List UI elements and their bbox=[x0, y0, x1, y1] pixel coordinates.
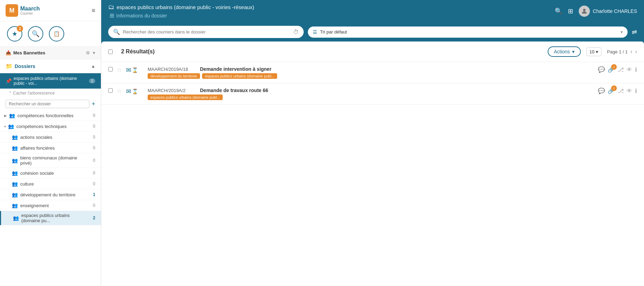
per-page-chevron-icon: ▾ bbox=[596, 49, 598, 54]
people-icon: 👥 bbox=[11, 144, 18, 151]
attachment-icon[interactable]: 🔗 1 bbox=[608, 66, 615, 73]
people-icon: 👥 bbox=[11, 157, 18, 164]
active-dossier-count: 2 bbox=[89, 78, 95, 83]
search-input[interactable] bbox=[123, 29, 290, 35]
people-icon: 👥 bbox=[11, 170, 18, 176]
tree-item-biens-communaux[interactable]: 👥 biens communaux (domaine privé) 0 bbox=[0, 153, 101, 168]
hamburger-button[interactable]: ≡ bbox=[91, 7, 95, 14]
search-icon: 🔍 bbox=[32, 30, 39, 38]
favorites-button[interactable]: ★ 2 bbox=[7, 26, 22, 42]
user-area[interactable]: Charlotte CHARLES bbox=[579, 6, 637, 17]
inbox-icon: 📥 bbox=[6, 50, 11, 55]
svg-point-0 bbox=[583, 9, 586, 11]
chevron-down-icon[interactable]: ▾ bbox=[93, 50, 95, 55]
settings-icon[interactable]: ⚙ bbox=[86, 50, 90, 55]
sidebar: M Maarch Courrier ≡ ★ 2 🔍 📋 📥 Mes Bannet… bbox=[0, 0, 101, 286]
mail-actions-2: 💬 🔗 1 ⎇ 👁 ℹ bbox=[598, 88, 637, 94]
comment-icon[interactable]: 💬 bbox=[598, 66, 605, 73]
eye-icon[interactable]: 👁 bbox=[627, 67, 632, 73]
search-icon: 🔍 bbox=[113, 29, 120, 35]
search-top-icon[interactable]: 🔍 bbox=[555, 7, 562, 15]
search-button[interactable]: 🔍 bbox=[28, 26, 43, 42]
main-content: 🗂 espaces publics urbains (domaine publi… bbox=[101, 0, 644, 286]
next-page-button[interactable]: › bbox=[635, 48, 637, 55]
add-document-button[interactable]: 📋 bbox=[49, 26, 64, 42]
star-icon: ★ bbox=[12, 30, 17, 38]
add-file-icon: 📋 bbox=[53, 31, 60, 37]
star-icon-2[interactable]: ☆ bbox=[117, 88, 122, 95]
info-icon[interactable]: ℹ bbox=[635, 66, 637, 73]
results-count: 2 Résultat(s) bbox=[121, 48, 542, 55]
tree-item-affaires-foncieres[interactable]: 👥 affaires foncières 0 bbox=[0, 143, 101, 153]
actions-label: Actions bbox=[554, 49, 570, 54]
actions-button[interactable]: Actions ▾ bbox=[548, 46, 581, 57]
mail-tag[interactable]: espaces publics urbains (domaine publ... bbox=[202, 73, 277, 79]
dossiers-collapse-icon[interactable]: ▲ bbox=[91, 64, 95, 69]
people-icon: 👥 bbox=[7, 123, 14, 130]
info-label: Informations du dossier bbox=[116, 13, 167, 18]
mail-tag[interactable]: espaces publics urbains (domaine publ... bbox=[148, 95, 223, 100]
mail-checkbox-1[interactable] bbox=[108, 67, 113, 72]
pagination-info: Page 1 / 1 ‹ › bbox=[607, 48, 637, 55]
mail-subject-1[interactable]: Demande intervention à signer bbox=[200, 66, 594, 72]
comment-icon[interactable]: 💬 bbox=[598, 88, 605, 94]
sidebar-header: M Maarch Courrier ≡ bbox=[0, 0, 101, 21]
hourglass-icon: ⌛ bbox=[132, 89, 138, 94]
hourglass-icon: ⌛ bbox=[132, 67, 138, 73]
tree-item-competences-techniques[interactable]: ▾ 👥 compétences techniques 0 bbox=[0, 121, 101, 132]
actions-chevron-icon: ▾ bbox=[572, 49, 575, 54]
tree-item-enseignement[interactable]: 👥 enseignement 0 bbox=[0, 200, 101, 211]
breadcrumb-area: 🗂 espaces publics urbains (domaine publi… bbox=[108, 3, 254, 19]
filter-icon[interactable]: ⇌ bbox=[632, 28, 637, 36]
pagination-text: Page 1 / 1 bbox=[607, 49, 628, 54]
mail-row: ☆ ✉ ⌛ MAARCH/2019A/2 Demande de travaux … bbox=[101, 83, 644, 105]
tree-item-culture[interactable]: 👥 culture 0 bbox=[0, 179, 101, 189]
breadcrumb-folder-icon: 🗂 bbox=[108, 3, 114, 11]
tree-item-actions-sociales[interactable]: 👥 actions sociales 0 bbox=[0, 132, 101, 143]
mail-row: ☆ ✉ ⌛ MAARCH/2019A/18 Demande interventi… bbox=[101, 62, 644, 83]
mail-actions-1: 💬 🔗 1 ⎇ 👁 ℹ bbox=[598, 66, 637, 73]
search-dossier-input[interactable] bbox=[6, 100, 89, 108]
share-icon[interactable]: ⎇ bbox=[617, 66, 624, 73]
eye-icon[interactable]: 👁 bbox=[627, 88, 632, 94]
arborescence-toggle[interactable]: ⌃ Cacher l'arborescence bbox=[0, 89, 101, 98]
attachment-badge: 1 bbox=[611, 85, 617, 91]
user-name: Charlotte CHARLES bbox=[593, 8, 637, 14]
plus-icon: ⊞ bbox=[110, 12, 114, 19]
per-page-select[interactable]: 10 ▾ bbox=[586, 47, 601, 56]
mail-body-1: MAARCH/2019A/18 Demande intervention à s… bbox=[148, 66, 594, 79]
prev-page-button[interactable]: ‹ bbox=[630, 48, 632, 55]
mail-checkbox-2[interactable] bbox=[108, 88, 113, 93]
breadcrumb-text: espaces publics urbains (domaine public … bbox=[117, 4, 254, 10]
mail-tags-1: développement du territoire espaces publ… bbox=[148, 73, 594, 79]
info-section[interactable]: ⊞ Informations du dossier bbox=[108, 12, 254, 19]
search-sort-bar: 🔍 ⏱ ☰ Tri par défaut ▾ ⇌ bbox=[101, 22, 644, 42]
mail-subject-2[interactable]: Demande de travaux route 66 bbox=[200, 88, 594, 93]
breadcrumb: 🗂 espaces publics urbains (domaine publi… bbox=[108, 3, 254, 11]
clock-icon[interactable]: ⏱ bbox=[293, 29, 299, 35]
mail-tag[interactable]: développement du territoire bbox=[148, 73, 200, 79]
people-icon: 👥 bbox=[11, 134, 18, 141]
apps-icon[interactable]: ⊞ bbox=[568, 7, 573, 15]
info-icon[interactable]: ℹ bbox=[635, 88, 637, 94]
active-dossier-item[interactable]: 📌 espaces publics urbains (domaine publi… bbox=[0, 73, 101, 89]
attachment-icon[interactable]: 🔗 1 bbox=[608, 88, 615, 94]
star-icon-1[interactable]: ☆ bbox=[117, 67, 122, 73]
logo-icon: M bbox=[6, 4, 18, 17]
logo-area: M Maarch Courrier bbox=[6, 4, 40, 17]
active-dossier-label: espaces publics urbains (domaine public … bbox=[14, 76, 87, 86]
sidebar-icons-row: ★ 2 🔍 📋 bbox=[0, 21, 101, 47]
select-all-checkbox[interactable] bbox=[108, 50, 113, 54]
attachment-badge: 1 bbox=[611, 64, 617, 70]
tree-item-cohesion-sociale[interactable]: 👥 cohésion sociale 0 bbox=[0, 168, 101, 179]
dossiers-label: Dossiers bbox=[15, 63, 35, 69]
sort-box[interactable]: ☰ Tri par défaut ▾ bbox=[308, 27, 628, 38]
tree-item-espaces-publics[interactable]: 👥 espaces publics urbains (domaine pu...… bbox=[0, 211, 101, 225]
mail-icons-1: ✉ ⌛ bbox=[126, 66, 143, 74]
folder-icon: 📁 bbox=[6, 63, 13, 69]
tree-item-competences-fonctionnelles[interactable]: ▶ 👥 compétences fonctionnelles 0 bbox=[0, 110, 101, 121]
add-dossier-button[interactable]: + bbox=[91, 100, 95, 108]
share-icon[interactable]: ⎇ bbox=[617, 88, 624, 94]
tree-item-developpement-territoire[interactable]: 👥 développement du territoire 1 bbox=[0, 189, 101, 200]
search-dossier-row: + bbox=[0, 98, 101, 110]
